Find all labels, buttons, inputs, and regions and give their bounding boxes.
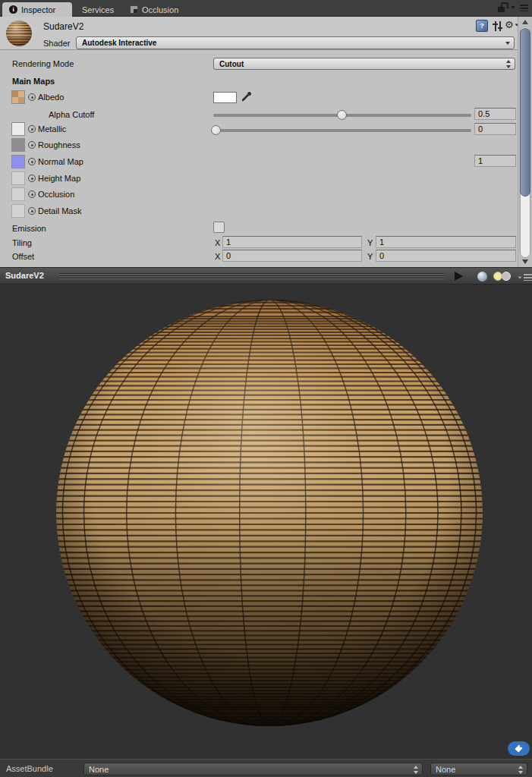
albedo-texture-slot[interactable]	[11, 90, 25, 104]
tab-services[interactable]: Services	[75, 2, 121, 17]
tiling-y-field[interactable]	[376, 236, 516, 248]
roughness-label: Roughness	[38, 140, 80, 149]
tag-icon	[514, 744, 524, 753]
assetbundle-label: AssetBundle	[6, 764, 53, 773]
preview-title: SudareV2	[5, 271, 44, 280]
eyedropper-icon[interactable]	[240, 90, 253, 103]
metallic-slider-track[interactable]	[213, 129, 471, 132]
tab-bar: i Inspector Services Occlusion	[0, 0, 532, 17]
albedo-color-swatch[interactable]	[213, 92, 237, 103]
metallic-object-picker-icon[interactable]	[28, 125, 36, 133]
tiling-y-label: Y	[367, 238, 373, 247]
assetbundle-variant-dropdown[interactable]: None	[430, 763, 527, 775]
emission-checkbox[interactable]	[213, 222, 225, 233]
offset-x-label: X	[215, 252, 220, 261]
material-preview-canvas[interactable]	[0, 285, 532, 759]
preview-resize-handle[interactable]	[59, 273, 444, 279]
inspector-scrollbar[interactable]	[518, 17, 532, 267]
help-icon[interactable]: ?	[476, 20, 488, 32]
normal-map-label: Normal Map	[38, 157, 83, 166]
asset-labels-button[interactable]	[508, 741, 530, 756]
alpha-cutoff-slider-thumb[interactable]	[337, 110, 347, 120]
offset-y-field[interactable]	[376, 250, 516, 262]
lighting-toggle-icon[interactable]	[493, 272, 511, 282]
play-icon[interactable]	[455, 272, 463, 281]
tab-occlusion-label: Occlusion	[142, 5, 178, 14]
sphere-preview-icon[interactable]	[477, 272, 487, 282]
metallic-label: Metallic	[38, 124, 66, 134]
tab-inspector-label: Inspector	[21, 5, 55, 14]
preview-menu-icon[interactable]	[518, 274, 532, 281]
preview-header: SudareV2	[0, 267, 532, 285]
assetbundle-bar: AssetBundle None None	[0, 759, 532, 777]
normal-map-object-picker-icon[interactable]	[28, 158, 36, 165]
height-map-texture-slot[interactable]	[11, 171, 25, 185]
main-maps-header: Main Maps	[12, 77, 55, 86]
tab-services-label: Services	[82, 5, 114, 14]
normal-map-texture-slot[interactable]	[11, 155, 25, 168]
rendering-mode-label: Rendering Mode	[12, 59, 74, 68]
occlusion-window-icon	[130, 5, 138, 14]
sudare-sphere-render	[0, 285, 532, 759]
alpha-cutoff-label: Alpha Cutoff	[49, 110, 94, 119]
offset-x-field[interactable]	[222, 250, 362, 262]
info-icon: i	[9, 5, 17, 14]
tiling-x-label: X	[215, 238, 220, 247]
roughness-object-picker-icon[interactable]	[28, 141, 36, 149]
metallic-slider-thumb[interactable]	[211, 125, 221, 135]
tiling-label: Tiling	[12, 238, 32, 247]
occlusion-object-picker-icon[interactable]	[28, 190, 36, 198]
tab-inspector[interactable]: i Inspector	[2, 2, 72, 17]
metallic-texture-slot[interactable]	[11, 122, 25, 136]
scrollbar-thumb[interactable]	[520, 28, 530, 197]
scroll-up-icon[interactable]	[522, 20, 528, 24]
height-map-label: Height Map	[38, 174, 80, 183]
height-map-object-picker-icon[interactable]	[28, 175, 36, 182]
occlusion-texture-slot[interactable]	[11, 187, 25, 201]
albedo-label: Albedo	[38, 93, 64, 102]
scroll-down-icon[interactable]	[522, 260, 528, 264]
detail-mask-texture-slot[interactable]	[11, 204, 25, 218]
unity-inspector-window: i Inspector Services Occlusion SudareV2 …	[0, 0, 532, 777]
gear-icon[interactable]: ⚙	[505, 19, 519, 30]
normal-map-scale-field[interactable]	[474, 155, 516, 167]
shader-label: Shader	[43, 39, 70, 48]
roughness-texture-slot[interactable]	[11, 138, 25, 152]
assetbundle-dropdown[interactable]: None	[83, 763, 423, 775]
tiling-x-field[interactable]	[222, 236, 362, 248]
offset-y-label: Y	[367, 252, 373, 261]
material-thumbnail[interactable]	[6, 20, 32, 46]
rendering-mode-dropdown[interactable]: Cutout	[213, 58, 515, 70]
dropdown-caret-icon[interactable]	[511, 6, 515, 9]
metallic-value-field[interactable]	[474, 123, 516, 135]
detail-mask-object-picker-icon[interactable]	[28, 207, 36, 215]
alpha-cutoff-value-field[interactable]	[474, 108, 516, 120]
presets-icon[interactable]	[493, 21, 502, 31]
offset-label: Offset	[12, 252, 34, 261]
unlock-icon[interactable]	[498, 2, 506, 13]
albedo-object-picker-icon[interactable]	[28, 93, 36, 101]
updown-arrows-icon	[518, 766, 524, 774]
material-header: SudareV2 ? ⚙ Shader Autodesk Interactive	[0, 17, 518, 50]
emission-label: Emission	[12, 224, 46, 233]
updown-arrows-icon	[506, 60, 512, 68]
chevron-down-icon	[505, 42, 510, 45]
window-menu-icon[interactable]	[520, 5, 528, 11]
shader-dropdown[interactable]: Autodesk Interactive	[76, 36, 515, 49]
updown-arrows-icon	[414, 766, 419, 774]
tab-occlusion[interactable]: Occlusion	[123, 2, 185, 17]
material-name: SudareV2	[43, 21, 83, 32]
detail-mask-label: Detail Mask	[38, 206, 81, 215]
occlusion-label: Occlusion	[38, 190, 74, 199]
